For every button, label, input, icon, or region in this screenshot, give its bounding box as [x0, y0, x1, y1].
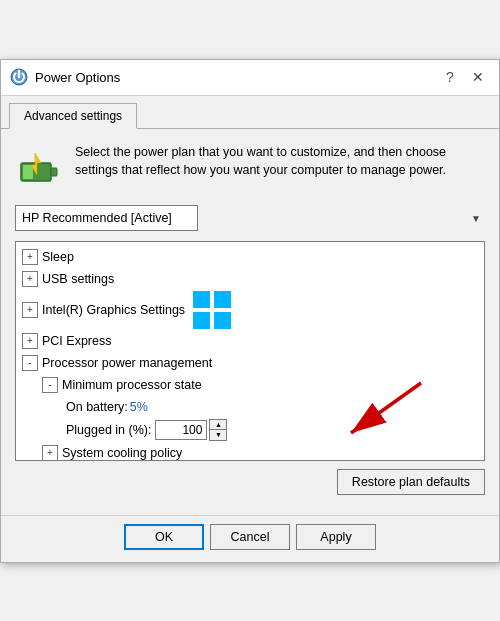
- svg-rect-3: [23, 165, 33, 179]
- description-icon: [15, 143, 63, 191]
- dialog-content: Select the power plan that you want to c…: [1, 129, 499, 515]
- list-item: - Processor power management: [16, 352, 484, 374]
- list-item: - Minimum processor state: [16, 374, 484, 396]
- cancel-button[interactable]: Cancel: [210, 524, 290, 550]
- spin-down-button[interactable]: ▼: [210, 430, 226, 440]
- spin-input[interactable]: [155, 420, 207, 440]
- expand-sleep[interactable]: +: [22, 249, 38, 265]
- tab-advanced-settings[interactable]: Advanced settings: [9, 103, 137, 129]
- svg-marker-7: [214, 312, 231, 329]
- close-button[interactable]: ✕: [465, 65, 491, 89]
- description-text: Select the power plan that you want to c…: [75, 143, 485, 181]
- title-bar-buttons: ? ✕: [437, 65, 491, 89]
- ok-button[interactable]: OK: [124, 524, 204, 550]
- list-item: + System cooling policy: [16, 442, 484, 461]
- list-item: + Sleep: [16, 246, 484, 268]
- expand-pci[interactable]: +: [22, 333, 38, 349]
- list-item: Plugged in (%): ▲ ▼: [16, 418, 484, 442]
- expand-usb[interactable]: +: [22, 271, 38, 287]
- list-item: + Intel(R) Graphics Settings: [16, 290, 484, 330]
- apply-button[interactable]: Apply: [296, 524, 376, 550]
- list-item: + PCI Express: [16, 330, 484, 352]
- tree-wrapper: + Sleep + USB settings + Intel(R) Graphi…: [15, 241, 485, 461]
- expand-min-proc[interactable]: -: [42, 377, 58, 393]
- spin-buttons: ▲ ▼: [209, 419, 227, 441]
- expand-cooling[interactable]: +: [42, 445, 58, 461]
- windows-logo-icon: [193, 291, 231, 329]
- svg-marker-4: [193, 291, 210, 308]
- plan-dropdown[interactable]: HP Recommended [Active] Balanced Power s…: [15, 205, 198, 231]
- power-options-window: Power Options ? ✕ Advanced settings Sele…: [0, 59, 500, 563]
- plan-dropdown-wrapper: HP Recommended [Active] Balanced Power s…: [15, 205, 485, 231]
- plugged-in-spinner: ▲ ▼: [155, 419, 227, 441]
- window-icon: [9, 67, 29, 87]
- help-button[interactable]: ?: [437, 65, 463, 89]
- list-item: + USB settings: [16, 268, 484, 290]
- plan-selector-area: HP Recommended [Active] Balanced Power s…: [15, 205, 485, 231]
- dialog-buttons: OK Cancel Apply: [1, 515, 499, 562]
- svg-marker-6: [193, 312, 210, 329]
- tab-bar: Advanced settings: [1, 96, 499, 129]
- svg-rect-2: [51, 168, 57, 176]
- description-area: Select the power plan that you want to c…: [15, 143, 485, 191]
- expand-processor[interactable]: -: [22, 355, 38, 371]
- expand-intel[interactable]: +: [22, 302, 38, 318]
- dropdown-arrow-icon: ▼: [471, 212, 481, 223]
- spin-up-button[interactable]: ▲: [210, 420, 226, 430]
- restore-area: Restore plan defaults: [15, 469, 485, 495]
- settings-tree[interactable]: + Sleep + USB settings + Intel(R) Graphi…: [15, 241, 485, 461]
- list-item: On battery:5%: [16, 396, 484, 418]
- title-bar: Power Options ? ✕: [1, 60, 499, 96]
- svg-marker-5: [214, 291, 231, 308]
- restore-defaults-button[interactable]: Restore plan defaults: [337, 469, 485, 495]
- window-title: Power Options: [35, 70, 437, 85]
